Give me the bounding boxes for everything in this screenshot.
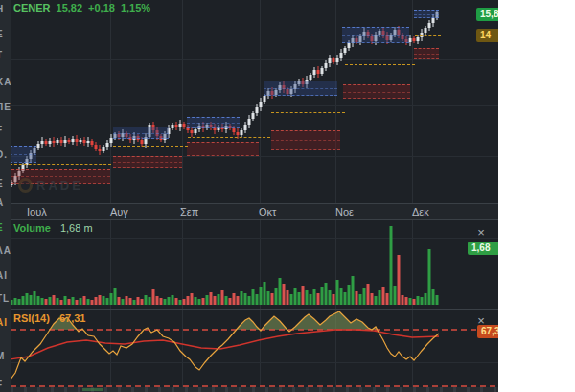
price-change-percent: 1,15% xyxy=(121,2,150,13)
supply-zone xyxy=(414,48,439,59)
supply-zone xyxy=(113,156,182,168)
toolbar-item[interactable]: F xyxy=(0,380,3,390)
support-level-line xyxy=(113,146,188,147)
demand-zone xyxy=(113,127,169,139)
supply-zone xyxy=(187,142,259,156)
main-chart-panel[interactable]: CENER 15,82 +0,18 1,15% RADE 15,82 14 xyxy=(11,0,498,203)
chart-window: CENER 15,82 +0,18 1,15% RADE 15,82 14 Ιο… xyxy=(0,0,498,392)
support-level-line xyxy=(10,164,111,165)
toolbar-item[interactable]: AI xyxy=(0,317,8,328)
volume-header[interactable]: Volume 1,68 m xyxy=(13,222,93,234)
rsi-label: RSI(14) xyxy=(13,312,50,324)
volume-close-button[interactable]: × xyxy=(474,226,488,240)
demand-zone xyxy=(187,117,240,128)
volume-panel[interactable]: Volume 1,68 m xyxy=(11,219,498,309)
support-level-line xyxy=(188,137,270,138)
watermark-text: RADE xyxy=(36,178,83,193)
symbol-name: CENER xyxy=(13,2,51,13)
month-label: Δεκ xyxy=(412,206,429,218)
toolbar-item[interactable]: F xyxy=(0,125,3,135)
month-label: Ιουλ xyxy=(27,206,47,218)
symbol-legend[interactable]: CENER 15,82 +0,18 1,15% xyxy=(13,2,150,13)
bottom-axis-strip xyxy=(11,387,498,392)
broker-logo-icon xyxy=(18,178,33,193)
left-toolbar: HETKAΠEFD.EAEΛAAITLAIMF xyxy=(0,0,12,392)
month-label: Οκτ xyxy=(259,206,276,218)
demand-zone xyxy=(10,146,36,163)
watermark: RADE xyxy=(18,178,83,193)
rsi-value: 67,31 xyxy=(59,312,86,324)
toolbar-item[interactable]: D. xyxy=(0,150,8,160)
support-level-line xyxy=(345,64,415,65)
supply-zone xyxy=(271,130,340,150)
toolbar-item[interactable]: ΠE xyxy=(0,102,12,112)
demand-zone xyxy=(264,81,337,96)
volume-label: Volume xyxy=(13,222,51,234)
rsi-panel[interactable]: RSI(14) 67,31 xyxy=(11,309,498,388)
toolbar-item[interactable]: AI xyxy=(0,270,8,281)
toolbar-item[interactable]: E xyxy=(0,178,4,189)
trading-app-screenshot: CENER 15,82 +0,18 1,15% RADE 15,82 14 Ιο… xyxy=(0,0,575,392)
toolbar-item[interactable]: E xyxy=(0,29,4,39)
toolbar-item[interactable]: ΛA xyxy=(0,245,12,256)
month-label: Σεπ xyxy=(180,206,198,218)
supply-zone xyxy=(343,84,410,99)
last-price: 15,82 xyxy=(57,2,83,13)
volume-value: 1,68 m xyxy=(60,222,93,234)
price-change: +0,18 xyxy=(88,2,115,13)
toolbar-item[interactable]: A xyxy=(0,197,4,208)
month-label: Νοε xyxy=(335,206,354,218)
toolbar-item[interactable]: T xyxy=(0,50,3,60)
month-label: Αυγ xyxy=(110,206,128,218)
crop-margin xyxy=(498,0,575,392)
toolbar-item[interactable]: H xyxy=(0,4,4,14)
toolbar-item[interactable]: KA xyxy=(0,77,12,87)
support-level-line xyxy=(415,35,441,36)
demand-zone xyxy=(342,27,409,43)
rsi-header[interactable]: RSI(14) 67,31 xyxy=(13,312,85,324)
toolbar-item[interactable]: E xyxy=(0,222,4,233)
time-axis[interactable]: ΙουλΑυγΣεπΟκτΝοεΔεκ xyxy=(11,203,498,220)
toolbar-item[interactable]: M xyxy=(0,351,5,361)
toolbar-item[interactable]: TL xyxy=(0,293,10,304)
demand-zone xyxy=(414,10,439,18)
support-level-line xyxy=(271,112,345,113)
